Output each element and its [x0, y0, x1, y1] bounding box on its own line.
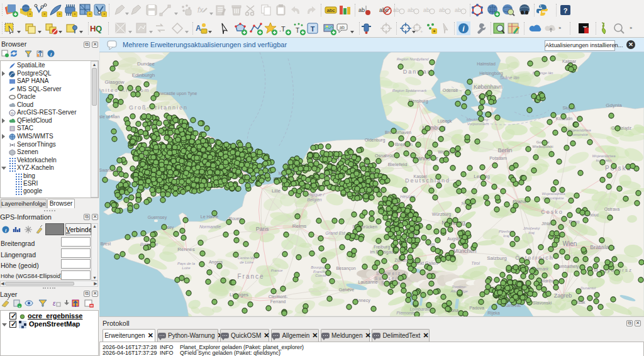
- svg-text:T: T: [296, 27, 299, 34]
- svg-text:Bremerhaven: Bremerhaven: [385, 130, 411, 135]
- svg-text:Würzburg: Würzburg: [432, 212, 451, 217]
- svg-text:Osnabrück: Osnabrück: [375, 153, 396, 158]
- svg-text:Jihočeský: Jihočeský: [523, 226, 540, 230]
- svg-text:Glasgow: Glasgow: [104, 79, 124, 85]
- svg-text:United Kingdom: United Kingdom: [99, 87, 150, 93]
- svg-text:A: A: [196, 24, 201, 33]
- svg-text:Lübeck: Lübeck: [438, 119, 452, 123]
- svg-text:Grand Est: Grand Est: [325, 231, 346, 235]
- svg-text:Comté: Comté: [315, 274, 326, 277]
- svg-text:»: »: [558, 26, 561, 30]
- svg-text:ab: ab: [340, 25, 345, 30]
- svg-text:Freiburg: Freiburg: [374, 245, 390, 250]
- svg-text:✦: ✦: [433, 29, 436, 33]
- svg-text:+: +: [18, 304, 21, 308]
- svg-text:?: ?: [564, 7, 568, 14]
- svg-text:Lausanne: Lausanne: [358, 280, 378, 284]
- svg-text:ε: ε: [53, 300, 56, 307]
- svg-text:Dunántúl: Dunántúl: [580, 286, 596, 290]
- svg-text:Bielefeld: Bielefeld: [388, 162, 408, 167]
- svg-text:Clermont-: Clermont-: [269, 294, 288, 299]
- svg-text:Berlin: Berlin: [497, 147, 512, 153]
- svg-text:Rennes: Rennes: [177, 247, 195, 252]
- svg-text:Wielkopolski: Wielkopolski: [532, 145, 553, 148]
- svg-text:Halmstad: Halmstad: [477, 62, 496, 66]
- svg-text:France: France: [271, 269, 283, 272]
- svg-text:Zagreb: Zagreb: [554, 292, 572, 299]
- svg-text:G: G: [11, 111, 14, 115]
- svg-text:Wien: Wien: [563, 240, 577, 247]
- svg-text:Potsdam: Potsdam: [489, 156, 507, 160]
- svg-text:France: France: [237, 273, 264, 280]
- svg-text:Isle of Man: Isle of Man: [99, 114, 119, 119]
- svg-text:ab: ab: [408, 7, 414, 13]
- svg-text:Česko: Česko: [541, 209, 564, 215]
- svg-text:ab: ab: [439, 7, 445, 13]
- svg-text:ab: ab: [455, 7, 461, 13]
- svg-text:Województwa: Województwa: [592, 154, 616, 158]
- svg-text:Dundee: Dundee: [137, 61, 155, 67]
- svg-text:Mecklenburg-: Mecklenburg-: [467, 118, 489, 121]
- svg-text:Piemonte: Piemonte: [396, 311, 415, 315]
- svg-text:Normandie: Normandie: [199, 225, 221, 229]
- svg-text:kraj: kraj: [503, 234, 509, 238]
- svg-text:Trentino-: Trentino-: [452, 285, 467, 289]
- svg-text:Rijeka: Rijeka: [487, 311, 500, 316]
- svg-text:abc: abc: [327, 8, 335, 13]
- svg-text:Kassel: Kassel: [413, 174, 426, 179]
- svg-text:Region Syddanmark: Region Syddanmark: [392, 89, 427, 92]
- svg-text:Pays de la: Pays de la: [177, 262, 196, 265]
- svg-text:Genève: Genève: [339, 287, 355, 292]
- svg-text:Paris: Paris: [256, 226, 269, 232]
- svg-text:Ostrava: Ostrava: [604, 207, 620, 211]
- svg-text:Vorpommern: Vorpommern: [467, 122, 489, 126]
- svg-text:København: København: [474, 84, 502, 90]
- svg-text:Groß-Britannien: Groß-Britannien: [129, 104, 188, 111]
- svg-text:Salzburg: Salzburg: [487, 255, 507, 261]
- svg-text:Deutschland: Deutschland: [405, 177, 450, 184]
- svg-text:Edinburgh: Edinburgh: [132, 72, 155, 78]
- svg-text:Region Nordjylland: Region Nordjylland: [397, 57, 429, 61]
- svg-text:Belgien: Belgien: [307, 197, 321, 203]
- svg-text:ab: ab: [423, 7, 430, 13]
- svg-text:ab: ab: [358, 7, 365, 13]
- svg-text:Lille: Lille: [272, 188, 281, 194]
- svg-text:»: »: [630, 26, 632, 30]
- svg-text:Limoges: Limoges: [230, 292, 248, 298]
- svg-text:fx: fx: [197, 6, 204, 14]
- svg-text:kraj: kraj: [528, 231, 535, 235]
- svg-text:Newcastle upon Tyne: Newcastle upon Tyne: [155, 91, 197, 96]
- svg-text:Ferrand: Ferrand: [270, 299, 286, 304]
- svg-text:Reims: Reims: [292, 223, 307, 229]
- svg-text:Guernsey: Guernsey: [148, 215, 167, 220]
- svg-text:Skåne län: Skåne län: [499, 75, 519, 80]
- svg-text:*: *: [103, 12, 105, 17]
- svg-text:Slavonski: Slavonski: [533, 301, 552, 305]
- svg-text:.T: .T: [279, 25, 286, 33]
- svg-text:Oldenburg: Oldenburg: [365, 138, 386, 143]
- svg-text:Besançon: Besançon: [336, 266, 355, 271]
- svg-text:de Loire: de Loire: [240, 260, 253, 264]
- svg-text:Grudziądz: Grudziądz: [611, 126, 631, 131]
- svg-text:T: T: [311, 25, 315, 33]
- svg-text:+: +: [420, 29, 423, 35]
- svg-text:Centre-Val: Centre-Val: [238, 256, 256, 260]
- svg-text:Brest: Brest: [101, 242, 111, 246]
- svg-text:Padova: Padova: [469, 306, 484, 310]
- svg-text:Loire: Loire: [182, 266, 191, 270]
- svg-text:Gdynia: Gdynia: [606, 103, 622, 108]
- svg-text:ab: ab: [393, 7, 399, 13]
- svg-text:Odense: Odense: [443, 88, 458, 92]
- svg-text:Tirol: Tirol: [471, 261, 480, 265]
